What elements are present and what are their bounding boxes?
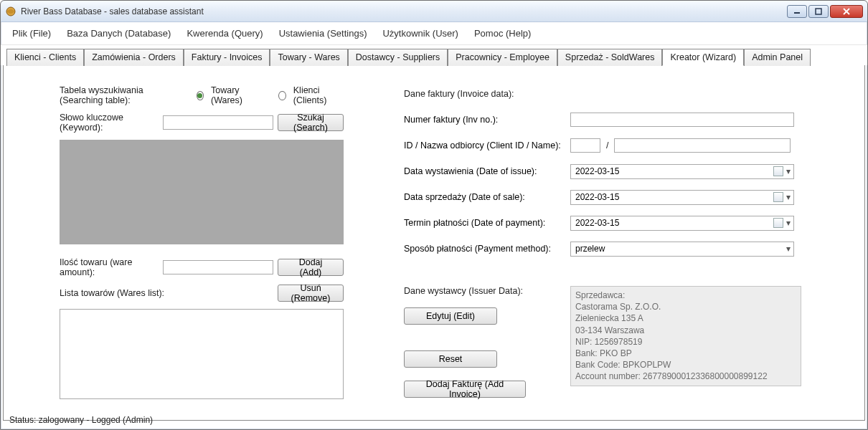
calendar-icon [773, 192, 783, 202]
date-sale-value: 2022-03-15 [575, 192, 619, 202]
date-sale-input[interactable]: 2022-03-15 ▾ [570, 190, 794, 205]
add-invoice-button[interactable]: Dodaj Fakturę (Add Invoice) [404, 381, 526, 398]
issuer-line: 03-134 Warszawa [575, 325, 796, 336]
radio-clients-label: Klienci (Clients) [293, 85, 341, 105]
close-button[interactable] [830, 5, 863, 18]
chevron-down-icon: ▾ [785, 245, 792, 252]
client-id-input[interactable] [570, 138, 600, 153]
amount-label: Ilość towaru (ware amount): [60, 257, 163, 277]
amount-input[interactable] [163, 260, 273, 274]
menu-help[interactable]: Pomoc (Help) [474, 28, 531, 39]
chevron-down-icon: ▾ [785, 219, 792, 226]
date-issue-value: 2022-03-15 [575, 166, 619, 176]
calendar-icon [773, 218, 783, 228]
remove-button[interactable]: Usuń (Remove) [278, 285, 344, 302]
date-payment-row: Termin płatności (Date of payment): 2022… [404, 214, 834, 231]
svg-rect-2 [816, 9, 821, 14]
inv-no-input[interactable] [570, 113, 794, 127]
search-button[interactable]: Szukaj (Search) [278, 114, 344, 131]
radio-wares-group[interactable]: Towary (Wares) [197, 85, 259, 105]
chevron-down-icon: ▾ [785, 168, 792, 175]
window-title: River Bass Database - sales database ass… [21, 6, 787, 16]
status-text: Status: zalogowany - Logged (Admin) [9, 415, 153, 425]
calendar-icon [773, 166, 783, 176]
issuer-line: Bank Code: BPKOPLPW [575, 359, 796, 371]
issuer-row: Dane wystawcy (Issuer Data): Edytuj (Edi… [404, 286, 834, 398]
issuer-label: Dane wystawcy (Issuer Data): [404, 286, 570, 296]
pay-method-select[interactable]: przelew ▾ [570, 242, 794, 257]
tab-content: Tabela wyszukiwania (Searching table): T… [3, 65, 865, 421]
tabstrip: Klienci - Clients Zamówienia - Orders Fa… [1, 45, 867, 65]
menu-user[interactable]: Użytkownik (User) [382, 28, 458, 39]
date-payment-label: Termin płatności (Date of payment): [404, 218, 570, 228]
edit-button[interactable]: Edytuj (Edit) [404, 307, 497, 325]
reset-button[interactable]: Reset [404, 350, 497, 368]
radio-clients-group[interactable]: Klienci (Clients) [278, 85, 341, 105]
invoice-data-label: Dane faktury (Invoice data): [404, 89, 514, 99]
date-payment-input[interactable]: 2022-03-15 ▾ [570, 216, 794, 231]
window-controls [787, 5, 863, 18]
issuer-line: Castorama Sp. Z.O.O. [575, 301, 796, 312]
amount-row: Ilość towaru (ware amount): Dodaj (Add) [60, 257, 361, 277]
pay-method-label: Sposób płatności (Payment method): [404, 244, 570, 254]
menu-query[interactable]: Kwerenda (Query) [187, 28, 263, 39]
date-issue-input[interactable]: 2022-03-15 ▾ [570, 164, 794, 179]
tab-soldwares[interactable]: Sprzedaż - SoldWares [557, 49, 663, 66]
client-id-row: ID / Nazwa odbiorcy (Client ID / Name): … [404, 137, 834, 154]
radio-clients[interactable] [278, 91, 286, 100]
issuer-line: Bank: PKO BP [575, 348, 796, 359]
client-name-input[interactable] [614, 138, 791, 153]
menu-settings[interactable]: Ustawienia (Settings) [279, 28, 367, 39]
tab-clients[interactable]: Klienci - Clients [6, 49, 84, 66]
tab-suppliers[interactable]: Dostawcy - Suppliers [348, 49, 448, 66]
maximize-button[interactable] [808, 5, 829, 18]
issuer-box: Sprzedawca: Castorama Sp. Z.O.O. Zieleni… [570, 286, 801, 386]
right-panel: Dane faktury (Invoice data): Numer faktu… [404, 85, 834, 406]
tab-orders[interactable]: Zamówienia - Orders [84, 49, 184, 66]
add-button[interactable]: Dodaj (Add) [278, 259, 344, 276]
date-issue-row: Data wystawienia (Date of issue): 2022-0… [404, 163, 834, 180]
wares-list[interactable] [60, 309, 344, 399]
pay-method-row: Sposób płatności (Payment method): przel… [404, 240, 834, 257]
window: River Bass Database - sales database ass… [0, 0, 868, 430]
date-payment-value: 2022-03-15 [575, 218, 619, 228]
menu-file[interactable]: Plik (File) [12, 28, 51, 39]
keyword-input[interactable] [163, 115, 273, 130]
chevron-down-icon: ▾ [785, 194, 792, 201]
tab-wizard[interactable]: Kreator (Wizard) [662, 49, 744, 66]
wares-list-label: Lista towarów (Wares list): [60, 288, 278, 298]
search-results-list[interactable] [60, 140, 344, 244]
date-payment-picker[interactable]: ▾ [773, 218, 792, 228]
date-sale-row: Data sprzedaży (Date of sale): 2022-03-1… [404, 188, 834, 206]
client-slash: / [606, 140, 608, 150]
searching-table-label: Tabela wyszukiwania (Searching table): [60, 85, 184, 105]
tab-wares[interactable]: Towary - Wares [270, 49, 347, 66]
minimize-button[interactable] [787, 5, 807, 18]
app-icon [5, 6, 16, 17]
wares-list-header: Lista towarów (Wares list): Usuń (Remove… [60, 285, 361, 302]
keyword-label: Słowo kluczowe (Keyword): [60, 113, 163, 133]
tab-employee[interactable]: Pracownicy - Employee [448, 49, 557, 66]
inv-no-label: Numer faktury (Inv no.): [404, 115, 570, 125]
inv-no-row: Numer faktury (Inv no.): [404, 111, 834, 128]
client-id-label: ID / Nazwa odbiorcy (Client ID / Name): [404, 140, 570, 150]
issuer-line: NIP: 1256978519 [575, 336, 796, 348]
issuer-line: Sprzedawca: [575, 290, 796, 301]
tab-invoices[interactable]: Faktury - Invoices [184, 49, 270, 66]
menu-database[interactable]: Baza Danych (Database) [67, 28, 171, 39]
date-issue-picker[interactable]: ▾ [773, 166, 792, 176]
radio-wares[interactable] [197, 91, 204, 100]
issuer-line: Zieleniecka 135 A [575, 312, 796, 324]
statusbar: Status: zalogowany - Logged (Admin) [5, 412, 863, 428]
tab-admin[interactable]: Admin Panel [744, 49, 811, 66]
menubar: Plik (File) Baza Danych (Database) Kwere… [1, 22, 867, 45]
date-sale-label: Data sprzedaży (Date of sale): [404, 192, 570, 202]
wizard-pane: Tabela wyszukiwania (Searching table): T… [16, 80, 852, 411]
radio-wares-label: Towary (Wares) [211, 85, 258, 105]
titlebar: River Bass Database - sales database ass… [1, 1, 867, 22]
keyword-row: Słowo kluczowe (Keyword): Szukaj (Search… [60, 113, 361, 133]
pay-method-value: przelew [575, 244, 605, 254]
left-panel: Tabela wyszukiwania (Searching table): T… [60, 85, 361, 399]
date-sale-picker[interactable]: ▾ [773, 192, 792, 202]
searching-table-row: Tabela wyszukiwania (Searching table): T… [60, 85, 361, 105]
